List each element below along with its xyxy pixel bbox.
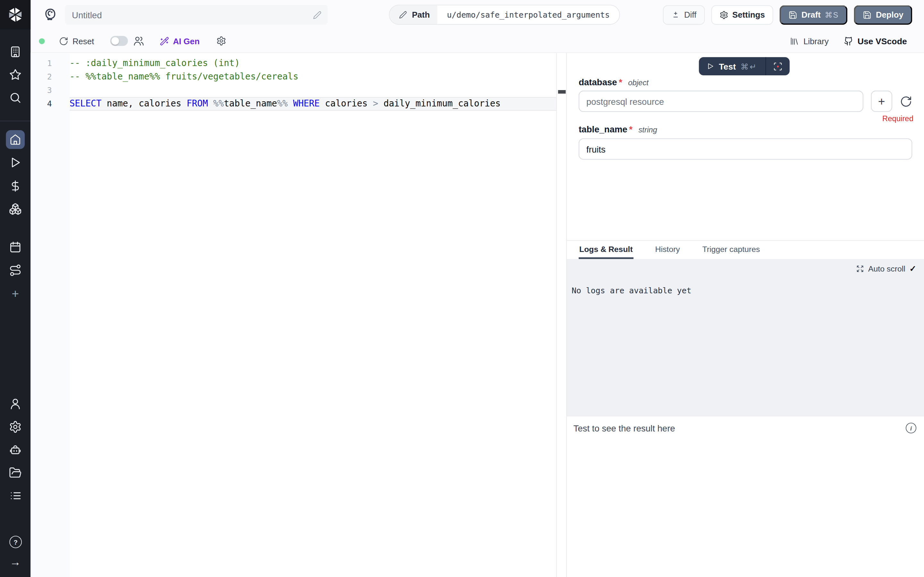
database-field-label: database* object bbox=[579, 77, 649, 87]
capture-scan-icon bbox=[773, 61, 782, 71]
code-lines: 1-- :daily_minimum_calories (int)2-- %%t… bbox=[31, 56, 556, 111]
flows-route-icon[interactable] bbox=[9, 264, 22, 277]
status-dot bbox=[39, 38, 45, 44]
logs-list-icon[interactable] bbox=[9, 489, 22, 502]
table-name-input[interactable] bbox=[579, 139, 913, 160]
tab-history[interactable]: History bbox=[654, 241, 680, 259]
user-icon[interactable] bbox=[9, 398, 22, 410]
logs-pane: Auto scroll ✓ No logs are available yet bbox=[567, 259, 924, 416]
play-icon bbox=[706, 63, 714, 70]
code-editor[interactable]: 1-- :daily_minimum_calories (int)2-- %%t… bbox=[31, 53, 567, 577]
result-tabs: Logs & Result History Trigger captures bbox=[567, 240, 924, 259]
spend-dollar-icon[interactable] bbox=[9, 179, 22, 192]
line-number: 2 bbox=[31, 70, 52, 84]
info-icon[interactable]: i bbox=[906, 423, 916, 434]
library-icon bbox=[790, 36, 799, 45]
cursor-position-marker bbox=[558, 90, 565, 93]
path-value[interactable]: u/demo/safe_interpolated_arguments bbox=[437, 5, 619, 24]
database-field-row: + bbox=[579, 91, 913, 112]
table-name-field-row bbox=[579, 139, 913, 160]
editor-settings-gear-icon[interactable] bbox=[216, 36, 226, 46]
home-icon bbox=[9, 134, 21, 145]
refresh-icon bbox=[59, 36, 68, 45]
line-number: 1 bbox=[31, 56, 52, 70]
toggle-knob bbox=[111, 37, 119, 45]
github-icon bbox=[844, 36, 853, 45]
search-icon[interactable] bbox=[9, 91, 22, 104]
schedules-calendar-icon[interactable] bbox=[9, 241, 22, 253]
script-title: Untitled bbox=[72, 10, 313, 19]
required-star: * bbox=[619, 77, 622, 87]
required-star: * bbox=[629, 124, 633, 134]
draft-button[interactable]: Draft ⌘S bbox=[780, 5, 848, 25]
edit-path-pencil-icon bbox=[399, 11, 407, 19]
add-plus-icon[interactable]: + bbox=[9, 287, 22, 300]
required-note: Required bbox=[882, 114, 913, 123]
save-icon bbox=[863, 10, 872, 19]
toolbar-right: Library Use VScode bbox=[790, 36, 924, 45]
topbar: Untitled Path u/demo/safe_interpolated_a… bbox=[31, 0, 924, 29]
runs-play-icon[interactable] bbox=[9, 156, 22, 169]
folders-icon[interactable] bbox=[9, 466, 22, 479]
wand-icon bbox=[160, 36, 169, 45]
settings-gear-icon[interactable] bbox=[9, 420, 22, 433]
line-number: 3 bbox=[31, 84, 52, 97]
diff-button[interactable]: Diff bbox=[663, 5, 704, 25]
windmill-logo[interactable] bbox=[6, 5, 25, 24]
autoscroll-label[interactable]: Auto scroll bbox=[868, 264, 905, 273]
expand-icon[interactable] bbox=[856, 265, 864, 272]
help-icon[interactable]: ? bbox=[9, 536, 22, 548]
logs-header: Auto scroll ✓ bbox=[567, 259, 924, 273]
editor-toolbar: Reset AI Gen Library bbox=[31, 29, 924, 53]
logs-empty-text: No logs are available yet bbox=[572, 285, 924, 295]
tab-trigger-captures[interactable]: Trigger captures bbox=[702, 241, 760, 259]
gear-icon bbox=[719, 10, 728, 19]
edit-title-pencil-icon[interactable] bbox=[313, 10, 322, 19]
add-resource-button[interactable]: + bbox=[871, 91, 892, 112]
app-window: + ? → Untitled bbox=[0, 0, 924, 577]
database-input[interactable] bbox=[579, 91, 863, 112]
path-pill[interactable]: Path u/demo/safe_interpolated_arguments bbox=[389, 5, 620, 25]
users-icon bbox=[133, 35, 144, 47]
plus-icon: + bbox=[878, 95, 885, 107]
diff-icon bbox=[671, 10, 680, 19]
settings-button[interactable]: Settings bbox=[711, 5, 773, 25]
save-icon bbox=[788, 10, 797, 19]
line-number: 4 bbox=[31, 97, 52, 111]
code-line[interactable]: 3 bbox=[31, 84, 556, 97]
library-button[interactable]: Library bbox=[790, 36, 829, 45]
editor-overview-ruler[interactable] bbox=[556, 53, 566, 577]
reset-button[interactable]: Reset bbox=[59, 36, 94, 45]
tab-logs-result[interactable]: Logs & Result bbox=[579, 241, 633, 259]
check-icon[interactable]: ✓ bbox=[909, 264, 917, 273]
result-pane: Test to see the result here i bbox=[567, 416, 924, 577]
capture-button[interactable] bbox=[766, 57, 789, 75]
collab-toggle[interactable] bbox=[110, 36, 128, 46]
postgresql-icon bbox=[42, 7, 58, 23]
collapse-arrow-icon[interactable]: → bbox=[9, 556, 22, 569]
run-panel: Test ⌘↵ database* object + Required bbox=[566, 53, 924, 577]
script-title-input[interactable]: Untitled bbox=[65, 5, 328, 25]
resources-boxes-icon[interactable] bbox=[9, 203, 22, 215]
use-vscode-button[interactable]: Use VScode bbox=[844, 36, 907, 45]
code-line[interactable]: 1-- :daily_minimum_calories (int) bbox=[31, 56, 556, 70]
workers-robot-icon[interactable] bbox=[9, 444, 22, 457]
sidebar: + ? → bbox=[0, 0, 31, 577]
workspace-building-icon[interactable] bbox=[9, 45, 22, 58]
path-label: Path bbox=[412, 10, 430, 19]
path-label-section: Path bbox=[389, 5, 437, 24]
code-line[interactable]: 4SELECT name, calories FROM %%table_name… bbox=[31, 97, 556, 111]
code-line[interactable]: 2-- %%table_name%% fruits/vegetables/cer… bbox=[31, 70, 556, 84]
ai-gen-button[interactable]: AI Gen bbox=[160, 36, 200, 45]
deploy-button[interactable]: Deploy bbox=[854, 5, 912, 25]
refresh-resources-icon[interactable] bbox=[900, 95, 913, 108]
result-header: Test to see the result here i bbox=[567, 416, 924, 434]
sidebar-divider bbox=[0, 121, 31, 121]
topbar-actions: Diff Settings Draft ⌘S Deploy bbox=[663, 5, 924, 25]
test-button[interactable]: Test ⌘↵ bbox=[699, 57, 765, 75]
test-shortcut: ⌘↵ bbox=[740, 61, 758, 71]
result-hint: Test to see the result here bbox=[573, 423, 675, 433]
sidebar-item-home[interactable] bbox=[6, 130, 25, 149]
test-button-group: Test ⌘↵ bbox=[699, 57, 789, 75]
favorites-star-icon[interactable] bbox=[9, 68, 22, 81]
